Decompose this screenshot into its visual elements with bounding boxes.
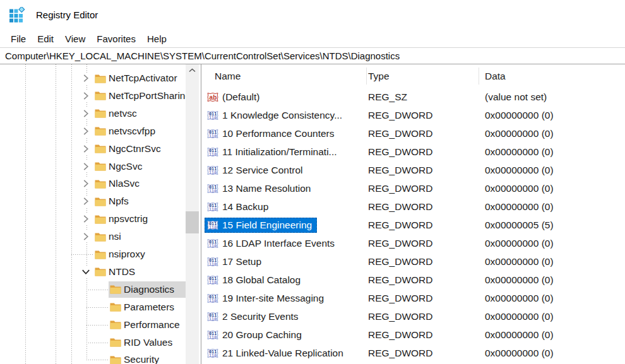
value-name-cell[interactable]: 011110 10 Performance Counters <box>205 126 339 141</box>
chevron-right-icon[interactable] <box>80 231 92 242</box>
tree-item-npfs[interactable]: Npfs <box>0 192 186 210</box>
chevron-right-icon[interactable] <box>80 143 92 155</box>
chevron-down-icon[interactable] <box>80 266 92 278</box>
tree-item-ngcsvc[interactable]: NgcSvc <box>0 158 186 175</box>
value-name-cell[interactable]: 011110 21 Linked-Value Replication <box>205 346 348 361</box>
chevron-right-icon[interactable] <box>80 213 92 225</box>
tree-item-netvscvfpp[interactable]: netvscvfpp <box>0 122 186 140</box>
chevron-right-icon[interactable] <box>80 178 92 189</box>
value-row-20-group-caching[interactable]: 011110 20 Group Caching REG_DWORD 0x0000… <box>202 326 625 344</box>
value-name-cell[interactable]: 011110 18 Global Catalog <box>205 273 306 288</box>
tree-item-body[interactable]: NetTcpActivator <box>93 70 186 86</box>
value-name-cell[interactable]: 011110 11 Initialization/Terminati... <box>205 144 342 160</box>
tree-item-body[interactable]: NgcCtnrSvc <box>93 141 186 157</box>
column-separator[interactable] <box>366 68 367 85</box>
menu-view[interactable]: View <box>59 33 91 44</box>
tree-item-diagnostics[interactable]: Diagnostics <box>0 281 186 298</box>
column-header-name[interactable]: Name <box>215 64 241 88</box>
tree-item-body[interactable]: Security <box>109 351 186 364</box>
menu-favorites[interactable]: Favorites <box>91 33 141 44</box>
value-name-cell[interactable]: 011110 15 Field Engineering <box>205 218 317 233</box>
menu-edit[interactable]: Edit <box>32 33 59 44</box>
tree-item-body[interactable]: netvsc <box>93 105 186 122</box>
value-row-18-global-catalog[interactable]: 011110 18 Global Catalog REG_DWORD 0x000… <box>202 271 625 289</box>
tree-item-body[interactable]: Parameters <box>109 299 186 315</box>
tree-item-body[interactable]: netvscvfpp <box>93 123 186 139</box>
folder-icon <box>110 302 121 312</box>
tree-item-body[interactable]: npsvctrig <box>93 211 186 227</box>
dword-value-icon: 011110 <box>206 293 219 303</box>
chevron-right-icon[interactable] <box>80 108 92 119</box>
value-row-10-performance-counters[interactable]: 011110 10 Performance Counters REG_DWORD… <box>202 124 625 143</box>
menu-help[interactable]: Help <box>141 33 172 44</box>
column-separator[interactable] <box>479 68 479 85</box>
tree-item-nlasvc[interactable]: NlaSvc <box>0 175 186 192</box>
value-name-cell[interactable]: 011110 2 Security Events <box>205 309 304 324</box>
value-row-1-knowledge-consistency[interactable]: 011110 1 Knowledge Consistency... REG_DW… <box>202 106 625 124</box>
tree-item-performance[interactable]: Performance <box>0 316 186 334</box>
tree-item-body[interactable]: Diagnostics <box>109 281 186 298</box>
tree-item-security[interactable]: Security <box>0 351 186 364</box>
value-row-12-service-control[interactable]: 011110 12 Service Control REG_DWORD 0x00… <box>202 161 625 179</box>
value-name-cell[interactable]: ab (Default) <box>205 90 265 105</box>
scrollbar-thumb[interactable] <box>186 211 199 233</box>
tree-item-label: NgcCtnrSvc <box>109 143 161 155</box>
tree-item-body[interactable]: NTDS <box>93 264 186 280</box>
tree-item-nsi[interactable]: nsi <box>0 228 186 245</box>
tree-item-nsiproxy[interactable]: nsiproxy <box>0 245 186 263</box>
tree-item-parameters[interactable]: Parameters <box>0 298 186 316</box>
tree-item-ntds[interactable]: NTDS <box>0 263 186 281</box>
value-name-cell[interactable]: 011110 12 Service Control <box>205 163 308 178</box>
value-row-13-name-resolution[interactable]: 011110 13 Name Resolution REG_DWORD 0x00… <box>202 179 625 197</box>
tree-item-body[interactable]: RID Values <box>109 334 186 351</box>
chevron-right-icon[interactable] <box>80 196 92 207</box>
menu-file[interactable]: File <box>5 33 32 44</box>
tree-item-rid-values[interactable]: RID Values <box>0 334 186 351</box>
value-row-19-inter-site-messaging[interactable]: 011110 19 Inter-site Messaging REG_DWORD… <box>202 289 625 307</box>
tree-item-netvsc[interactable]: netvsc <box>0 105 186 122</box>
address-bar[interactable]: Computer\HKEY_LOCAL_MACHINE\SYSTEM\Curre… <box>0 48 625 64</box>
value-name-cell[interactable]: 011110 20 Group Caching <box>205 327 307 343</box>
value-row-14-backup[interactable]: 011110 14 Backup REG_DWORD 0x00000000 (0… <box>202 197 625 216</box>
title-bar: Registry Editor <box>0 0 625 30</box>
value-name-cell[interactable]: 011110 14 Backup <box>205 199 273 214</box>
column-header-data[interactable]: Data <box>485 64 506 88</box>
scrollbar-up-arrow-icon[interactable] <box>186 64 199 76</box>
value-name-cell[interactable]: 011110 1 Knowledge Consistency... <box>205 108 347 123</box>
tree-item-body[interactable]: NlaSvc <box>93 175 186 192</box>
tree-item-nettcpportsharing[interactable]: NetTcpPortSharing <box>0 87 186 105</box>
value-row-21-linked-value-replication[interactable]: 011110 21 Linked-Value Replication REG_D… <box>202 344 625 362</box>
chevron-right-icon[interactable] <box>80 73 92 84</box>
chevron-right-icon[interactable] <box>80 90 92 102</box>
tree-item-npsvctrig[interactable]: npsvctrig <box>0 210 186 228</box>
tree-item-body[interactable]: NetTcpPortSharing <box>93 88 186 104</box>
value-name-cell[interactable]: 011110 13 Name Resolution <box>205 181 316 196</box>
tree-scrollbar[interactable] <box>186 64 199 364</box>
tree-item-body[interactable]: Npfs <box>93 193 186 209</box>
chevron-right-icon[interactable] <box>80 126 92 137</box>
value-row-16-ldap-interface-events[interactable]: 011110 16 LDAP Interface Events REG_DWOR… <box>202 234 625 252</box>
svg-text:110: 110 <box>209 353 217 358</box>
value-row-11-initialization-terminati[interactable]: 011110 11 Initialization/Terminati... RE… <box>202 143 625 161</box>
value-row-17-setup[interactable]: 011110 17 Setup REG_DWORD 0x00000000 (0) <box>202 252 625 271</box>
tree-item-ngcctnrsvc[interactable]: NgcCtnrSvc <box>0 140 186 158</box>
value-row-15-field-engineering[interactable]: 011110 15 Field Engineering REG_DWORD 0x… <box>202 216 625 234</box>
value-row-default[interactable]: ab (Default) REG_SZ (value not set) <box>202 88 625 106</box>
tree-item-body[interactable]: nsi <box>93 228 186 245</box>
tree-item-body[interactable]: NgcSvc <box>93 158 186 175</box>
value-name-cell[interactable]: 011110 19 Inter-site Messaging <box>205 291 329 306</box>
folder-icon <box>95 161 106 171</box>
tree-item-label: RID Values <box>124 337 172 348</box>
pane-splitter[interactable] <box>201 64 201 364</box>
chevron-right-icon[interactable] <box>80 161 92 172</box>
column-header-type[interactable]: Type <box>368 64 390 88</box>
value-name: (Default) <box>222 91 259 103</box>
tree-item-body[interactable]: Performance <box>109 317 186 333</box>
value-row-2-security-events[interactable]: 011110 2 Security Events REG_DWORD 0x000… <box>202 307 625 326</box>
tree-item-body[interactable]: nsiproxy <box>93 246 186 262</box>
value-name-cell[interactable]: 011110 17 Setup <box>205 254 266 269</box>
tree-connector <box>86 325 109 326</box>
tree-item-nettcpactivator[interactable]: NetTcpActivator <box>0 69 186 87</box>
value-name-cell[interactable]: 011110 16 LDAP Interface Events <box>205 236 340 251</box>
tree-item-label: npsvctrig <box>109 213 148 225</box>
